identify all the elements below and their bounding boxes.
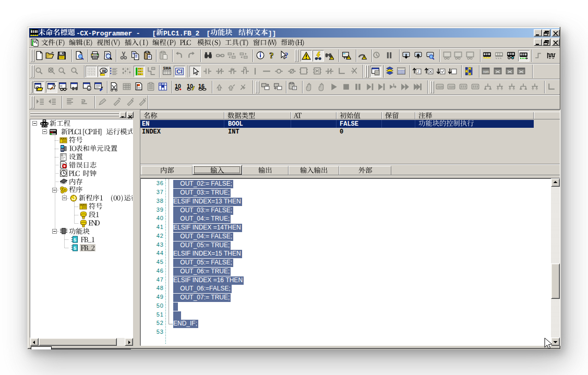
svg-text:W: W xyxy=(102,68,106,74)
svg-text:001: 001 xyxy=(160,83,164,86)
svg-text:rom: rom xyxy=(483,70,489,74)
svg-text:rom: rom xyxy=(449,85,455,89)
svg-text::::: ::: xyxy=(375,71,378,75)
svg-text:5: 5 xyxy=(74,237,76,243)
svg-text:10: 10 xyxy=(187,83,193,89)
svg-text:CI: CI xyxy=(176,68,183,75)
svg-text:?: ? xyxy=(285,52,289,59)
svg-text:SMA: SMA xyxy=(163,66,171,70)
svg-text:5: 5 xyxy=(74,246,76,251)
svg-text:rom: rom xyxy=(438,85,443,89)
svg-text:?: ? xyxy=(269,51,273,60)
svg-text:Z: Z xyxy=(417,69,419,74)
svg-text:10: 10 xyxy=(175,83,181,89)
svg-text:16: 16 xyxy=(198,83,205,89)
